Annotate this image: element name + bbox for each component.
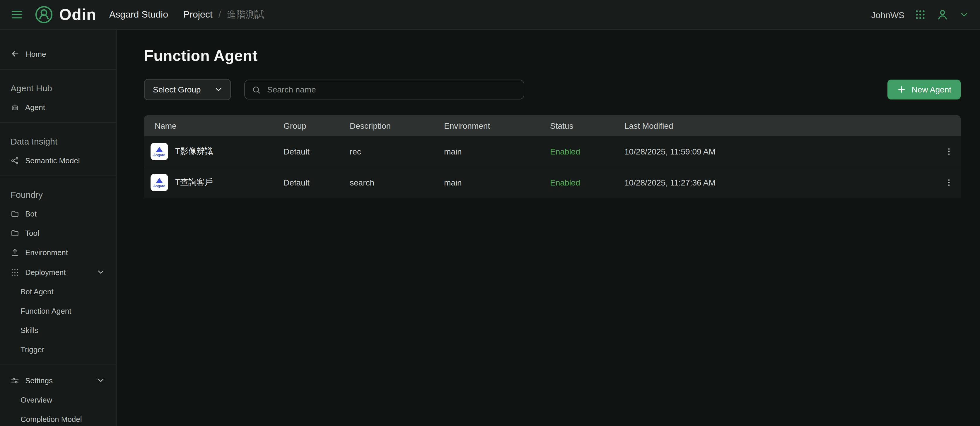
asgard-app-icon: Asgard: [151, 143, 168, 160]
sidebar-item-settings[interactable]: Settings: [0, 371, 116, 390]
select-group-label: Select Group: [153, 85, 200, 94]
sidebar-deployment-label: Deployment: [25, 268, 66, 277]
column-header-last-modified: Last Modified: [624, 121, 937, 130]
sidebar-item-environment[interactable]: Environment: [0, 243, 116, 262]
sidebar-item-agent[interactable]: Agent: [0, 98, 116, 117]
sidebar-item-deployment[interactable]: Deployment: [0, 262, 116, 282]
grid-dots-icon: [11, 268, 19, 277]
row-actions-kebab-icon[interactable]: [937, 177, 961, 188]
plus-icon: [897, 85, 907, 94]
apps-grid-icon[interactable]: [915, 9, 926, 21]
asgard-icon-label: Asgard: [153, 153, 165, 157]
sidebar-divider: [0, 176, 116, 176]
column-header-description: Description: [350, 121, 444, 130]
studio-name: Asgard Studio: [109, 10, 168, 20]
user-avatar-icon[interactable]: [936, 8, 949, 21]
topbar-right: JohnWS: [871, 8, 969, 21]
arrow-left-icon: [11, 49, 20, 59]
sidebar-divider: [0, 364, 116, 365]
sidebar-item-completion-model[interactable]: Completion Model: [0, 410, 116, 426]
sidebar-divider: [0, 122, 116, 123]
sidebar-section-data-insight: Data Insight: [0, 128, 116, 151]
agent-name: T查詢客戶: [175, 177, 213, 188]
asgard-icon-label: Asgard: [153, 184, 165, 188]
app-root: Odin Asgard Studio Project / 進階測試 JohnWS: [0, 0, 980, 426]
main-content: Function Agent Select Group: [116, 30, 980, 426]
agent-environment: main: [444, 147, 550, 156]
sidebar-agent-label: Agent: [25, 103, 45, 112]
asgard-app-icon: Asgard: [151, 174, 168, 192]
table-row[interactable]: Asgard T影像辨識 Default rec main Enabled 10…: [144, 136, 961, 167]
sidebar-semantic-model-label: Semantic Model: [25, 156, 80, 165]
page-title: Function Agent: [144, 47, 961, 65]
sidebar-item-trigger[interactable]: Trigger: [0, 340, 116, 359]
app-logo[interactable]: Odin: [34, 5, 96, 25]
row-actions-kebab-icon[interactable]: [937, 146, 961, 157]
search-icon: [252, 85, 261, 94]
upload-icon: [11, 248, 19, 257]
agent-group: Default: [283, 147, 350, 156]
column-header-group: Group: [283, 121, 350, 130]
user-menu-chevron-icon[interactable]: [959, 10, 969, 20]
sliders-icon: [11, 376, 19, 385]
agent-name-cell: Asgard T影像辨識: [144, 143, 283, 160]
agents-table: Name Group Description Environment Statu…: [144, 115, 961, 198]
sidebar-settings-label: Settings: [25, 376, 53, 385]
menu-icon[interactable]: [11, 8, 24, 21]
agent-environment: main: [444, 178, 550, 187]
username: JohnWS: [871, 10, 904, 20]
sidebar: Home Agent Hub Agent Data Insight Semant…: [0, 30, 116, 426]
status-badge: Enabled: [550, 147, 624, 156]
sidebar-item-semantic-model[interactable]: Semantic Model: [0, 151, 116, 170]
select-group-dropdown[interactable]: Select Group: [144, 79, 231, 100]
agent-last-modified: 10/28/2025, 11:59:09 AM: [624, 147, 937, 156]
table-header-row: Name Group Description Environment Statu…: [144, 115, 961, 136]
table-row[interactable]: Asgard T查詢客戶 Default search main Enabled…: [144, 167, 961, 198]
sidebar-environment-label: Environment: [25, 248, 68, 257]
new-agent-button[interactable]: New Agent: [888, 79, 961, 100]
chevron-down-icon: [214, 85, 223, 94]
chevron-down-icon: [96, 376, 105, 385]
status-badge: Enabled: [550, 178, 624, 187]
agent-name: T影像辨識: [175, 146, 213, 157]
new-agent-label: New Agent: [912, 85, 951, 94]
app-body: Home Agent Hub Agent Data Insight Semant…: [0, 30, 980, 426]
sidebar-tool-label: Tool: [25, 229, 39, 238]
controls-row: Select Group New Agent: [144, 79, 961, 100]
odin-logo-icon: [34, 5, 54, 25]
sidebar-item-bot[interactable]: Bot: [0, 204, 116, 223]
column-header-status: Status: [550, 121, 624, 130]
sidebar-item-tool[interactable]: Tool: [0, 223, 116, 243]
topbar: Odin Asgard Studio Project / 進階測試 JohnWS: [0, 0, 980, 30]
agent-last-modified: 10/28/2025, 11:27:36 AM: [624, 178, 937, 187]
folder-icon: [11, 229, 19, 238]
sidebar-home-label: Home: [26, 49, 46, 58]
breadcrumb: Project / 進階測試: [183, 8, 264, 21]
semantic-model-icon: [11, 156, 19, 165]
search-box: [244, 79, 524, 100]
sidebar-divider: [0, 69, 116, 70]
asgard-triangle-icon: [156, 177, 163, 183]
agent-description: search: [350, 178, 444, 187]
breadcrumb-project[interactable]: Project: [183, 10, 213, 20]
sidebar-item-bot-agent[interactable]: Bot Agent: [0, 282, 116, 301]
column-header-environment: Environment: [444, 121, 550, 130]
sidebar-item-function-agent[interactable]: Function Agent: [0, 301, 116, 321]
column-header-name: Name: [144, 121, 283, 130]
chevron-down-icon: [96, 268, 105, 277]
folder-icon: [11, 209, 19, 218]
sidebar-bot-label: Bot: [25, 209, 37, 218]
agent-description: rec: [350, 147, 444, 156]
agent-icon: [11, 103, 19, 112]
sidebar-section-agent-hub: Agent Hub: [0, 75, 116, 98]
breadcrumb-current-project[interactable]: 進階測試: [227, 8, 264, 21]
sidebar-section-foundry: Foundry: [0, 181, 116, 204]
app-name: Odin: [59, 6, 96, 24]
sidebar-item-overview[interactable]: Overview: [0, 390, 116, 410]
agent-group: Default: [283, 178, 350, 187]
sidebar-item-home[interactable]: Home: [0, 44, 116, 64]
search-input[interactable]: [266, 84, 517, 95]
breadcrumb-separator: /: [218, 10, 221, 20]
agent-name-cell: Asgard T查詢客戶: [144, 174, 283, 192]
sidebar-item-skills[interactable]: Skills: [0, 321, 116, 340]
